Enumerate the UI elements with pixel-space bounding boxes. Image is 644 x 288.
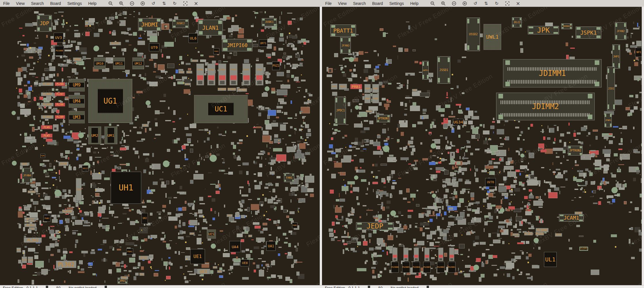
component-PLG2[interactable]: PLG2 <box>184 83 191 85</box>
plus-circle-icon[interactable] <box>140 1 145 6</box>
component-PUZ1[interactable]: PUZ1 <box>272 61 280 70</box>
zoom-in-icon[interactable] <box>119 1 124 6</box>
plus-circle-icon[interactable] <box>462 1 467 6</box>
rotate-cw-icon[interactable]: ↻ <box>172 1 177 6</box>
component-UV70[interactable]: UV70 <box>485 178 496 187</box>
scrollbar-vertical-right[interactable] <box>642 7 644 285</box>
component-PUH1[interactable]: PUH1 <box>126 248 133 255</box>
component-JUSBC2[interactable]: JUSBC2 <box>172 19 189 28</box>
component-inductor[interactable] <box>449 248 454 261</box>
component-PU204[interactable]: PU204 <box>218 63 226 85</box>
component-UV3[interactable]: UV3 <box>54 33 63 42</box>
component-PLB2[interactable]: PLB2 <box>76 178 82 201</box>
center-view-icon[interactable] <box>505 1 510 6</box>
component-PL211[interactable]: PL211 <box>512 233 519 236</box>
component-PU2002[interactable]: PU2002 <box>437 262 445 273</box>
component-PLB401[interactable]: PLB401 <box>62 210 73 213</box>
component-PU206[interactable]: PU206 <box>196 63 204 85</box>
component-QT4[interactable]: QT4 <box>217 270 222 273</box>
component-UG1[interactable]: UG1 <box>88 79 132 123</box>
minus-circle-icon[interactable] <box>451 1 457 6</box>
menu-search[interactable]: Search <box>28 1 47 6</box>
center-view-icon[interactable] <box>183 1 188 6</box>
component-JHDMI[interactable]: JHDMI <box>138 18 161 31</box>
component-PU2006[interactable]: PU2006 <box>391 262 399 273</box>
close-icon[interactable]: × <box>193 1 199 6</box>
zoom-in-icon[interactable] <box>441 1 446 6</box>
component-UG34[interactable]: UG34 <box>453 119 464 125</box>
component-JPTRON2[interactable]: JPTRON2 <box>568 146 583 156</box>
component-UH1[interactable]: UH1 <box>111 172 141 204</box>
component-PL2010[interactable]: PL2010 <box>41 115 54 119</box>
component-FAN1[interactable]: FAN1 <box>284 173 294 182</box>
component-PRV297[interactable]: PRV297 <box>366 110 372 113</box>
component-UA1[interactable]: UA1 <box>266 241 276 251</box>
component-PLW6[interactable]: PLW6 <box>41 125 52 129</box>
component-PQ4[interactable]: PQ4 <box>412 89 417 92</box>
component-PL212[interactable]: PL212 <box>191 59 198 62</box>
component-UWL1[interactable]: UWL1 <box>483 24 501 50</box>
menu-board[interactable]: Board <box>47 1 64 6</box>
menu-help[interactable]: Help <box>85 1 100 6</box>
component-C641[interactable]: C641 <box>139 273 144 276</box>
component-JHP1[interactable]: JHP1 <box>612 44 620 69</box>
component-inductor[interactable] <box>414 248 419 261</box>
component-S104[interactable]: S104 <box>575 212 583 215</box>
component-PU1000[interactable]: PU1000 <box>55 46 64 56</box>
component-UG49[interactable]: UG49 <box>59 162 69 166</box>
component-PC1039[interactable]: PC1039 <box>218 88 226 91</box>
component-UM11[interactable]: UM11 <box>113 57 125 69</box>
component-JIO1[interactable]: JIO1 <box>607 67 615 111</box>
component-UC1[interactable]: UC1 <box>194 95 248 123</box>
component-JEDP[interactable]: JEDP <box>356 222 394 230</box>
component-UV66[interactable]: UV66 <box>73 57 82 61</box>
component-JPDC1[interactable]: JPDC1 <box>335 97 346 124</box>
component-UE18[interactable]: UE18 <box>189 232 195 235</box>
component-PU2003[interactable]: PU2003 <box>423 262 431 273</box>
component-PU201[interactable]: PU201 <box>255 63 263 85</box>
zoom-out-icon[interactable] <box>108 1 113 6</box>
component-PU2001[interactable]: PU2001 <box>448 262 455 273</box>
board-canvas-left[interactable]: JDPUV3PU1000UV66JHDMIJUSBC2JLAN1UL6JUSBC… <box>0 7 322 285</box>
component-C31[interactable]: C31 <box>29 219 35 222</box>
menu-help[interactable]: Help <box>407 1 422 6</box>
component-PQ12[interactable]: PQ12 <box>331 83 338 89</box>
component-UM1[interactable]: UM1 <box>104 126 117 144</box>
component-PL301[interactable]: PL301 <box>24 237 42 243</box>
component-PL1202[interactable]: PL1202 <box>28 190 35 193</box>
scrollbar-vertical-left[interactable] <box>320 7 322 285</box>
component-inductor[interactable] <box>403 248 408 261</box>
component-JELC2[interactable]: JELC2 <box>512 17 522 27</box>
component-JFAN3[interactable]: JFAN3 <box>340 37 351 54</box>
menu-file[interactable]: File <box>322 1 335 6</box>
component-PL2007[interactable]: PL2007 <box>41 82 54 86</box>
component-CLIP1[interactable]: CLIP1 <box>579 247 588 251</box>
component-JSSD1[interactable]: JSSD1 <box>437 56 450 84</box>
component-JDP[interactable]: JDP <box>37 15 52 32</box>
component-PUM1[interactable]: PUM1 <box>292 222 297 228</box>
component-JPWR1[interactable]: JPWR1 <box>605 113 612 127</box>
component-PU2005[interactable]: PU2005 <box>402 262 410 273</box>
menu-search[interactable]: Search <box>350 1 369 6</box>
component-PQB6[interactable]: PQB6 <box>372 94 379 103</box>
component-JCAM1[interactable]: JCAM1 <box>559 214 584 222</box>
component-inductor[interactable] <box>438 248 443 261</box>
component-PU2004[interactable]: PU2004 <box>413 262 420 273</box>
component-D13[interactable]: D13 <box>227 214 233 217</box>
component-UM2[interactable]: UM2 <box>88 126 101 144</box>
component-UE8[interactable]: UE8 <box>240 259 249 266</box>
component-JPTRON1[interactable]: JPTRON1 <box>376 115 390 122</box>
component-PU202[interactable]: PU202 <box>242 63 251 85</box>
component-PU203[interactable]: PU203 <box>229 63 238 85</box>
component-PCZ64[interactable]: PCZ64 <box>535 232 544 235</box>
component-UA4[interactable]: UA4 <box>229 241 241 252</box>
rotate-ccw-icon[interactable]: ↺ <box>473 1 478 6</box>
component-UG3[interactable]: UG3 <box>142 124 149 127</box>
component-PRB1[interactable]: PRB1 <box>350 84 362 89</box>
component-PL2008[interactable]: PL2008 <box>41 92 54 96</box>
component-PUB1[interactable]: PUB1 <box>44 215 50 222</box>
component-JAPS1[interactable]: JAPS1 <box>422 61 429 80</box>
component-UTS2[interactable]: UTS2 <box>139 256 149 260</box>
component-PU205[interactable]: PU205 <box>207 63 215 85</box>
menu-view[interactable]: View <box>13 1 28 6</box>
